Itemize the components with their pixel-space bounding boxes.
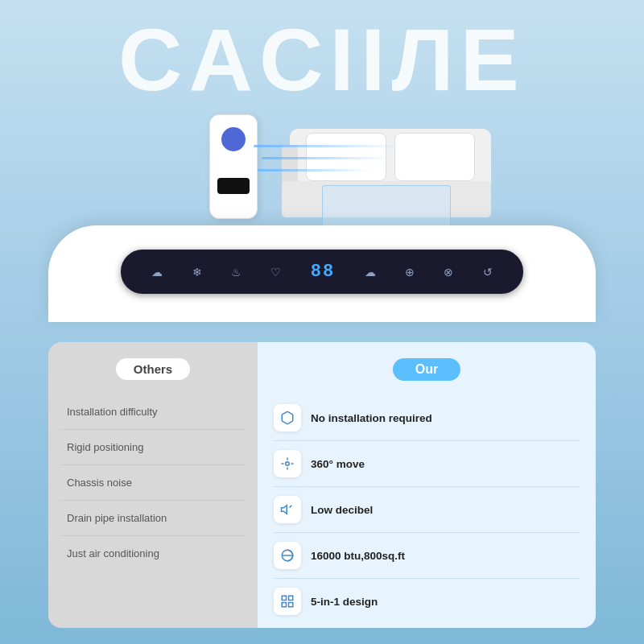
svg-marker-1: [282, 506, 287, 514]
comparison-section: Others Installation difficulty Rigid pos…: [48, 342, 596, 628]
svg-rect-5: [282, 596, 286, 600]
others-row-3: Chassis noise: [60, 465, 246, 501]
others-header: Others: [60, 358, 246, 380]
svg-rect-6: [289, 596, 293, 600]
our-header: Our: [274, 358, 580, 381]
ac-vent: [221, 127, 246, 151]
svg-rect-7: [282, 603, 286, 607]
panel-icon-4: ♡: [270, 266, 281, 279]
control-panel: ☁ ❄ ♨ ♡ 88 ☁ ⊕ ⊗ ↺: [121, 250, 523, 294]
room-scene: [129, 72, 515, 233]
svg-line-2: [290, 506, 292, 508]
others-column: Others Installation difficulty Rigid pos…: [48, 342, 258, 628]
our-row-3-text: Low decibel: [311, 504, 373, 516]
coffee-table: [322, 185, 451, 229]
others-badge: Others: [116, 358, 190, 380]
others-row-4: Drain pipe installation: [60, 501, 246, 536]
panel-icon-1: ☁: [151, 266, 163, 279]
low-decibel-icon: [274, 496, 301, 523]
wind-line-3: [258, 169, 370, 171]
ac-unit: [209, 114, 258, 219]
others-row-2: Rigid positioning: [60, 430, 246, 465]
our-badge: Our: [393, 358, 460, 381]
device-surface: ☁ ❄ ♨ ♡ 88 ☁ ⊕ ⊗ ↺: [48, 225, 596, 322]
panel-icon-6: ⊕: [405, 266, 415, 279]
our-row-4: 16000 btu,800sq.ft: [274, 533, 580, 579]
wind-line-1: [254, 145, 398, 147]
our-row-3: Low decibel: [274, 487, 580, 533]
our-row-2: 360° move: [274, 441, 580, 487]
ac-body: [209, 114, 258, 219]
our-row-5-text: 5-in-1 design: [311, 596, 378, 608]
our-row-1-text: No installation required: [311, 412, 432, 424]
panel-icon-5: ☁: [365, 266, 376, 279]
our-row-2-text: 360° move: [311, 458, 365, 470]
move-360-icon: [274, 450, 301, 477]
ac-display-panel: [217, 178, 250, 194]
btu-icon: [274, 542, 301, 569]
our-column: Our No installation required 360° mov: [258, 342, 596, 628]
panel-display: 88: [311, 262, 335, 282]
svg-point-0: [286, 462, 290, 466]
our-row-5: 5-in-1 design: [274, 579, 580, 624]
others-row-5: Just air conditioning: [60, 536, 246, 571]
no-install-icon: [274, 404, 301, 431]
panel-icon-3: ♨: [231, 266, 242, 279]
panel-icon-8: ↺: [483, 266, 493, 279]
panel-icon-7: ⊗: [444, 266, 453, 279]
our-row-1: No installation required: [274, 395, 580, 441]
wind-arrows: [254, 137, 415, 185]
ac-scene: ☁ ❄ ♨ ♡ 88 ☁ ⊕ ⊗ ↺: [0, 24, 644, 322]
five-in-one-icon: [274, 588, 301, 615]
others-row-1: Installation difficulty: [60, 394, 246, 430]
svg-rect-8: [289, 603, 293, 607]
panel-icon-2: ❄: [192, 266, 202, 279]
wind-line-2: [262, 157, 390, 159]
our-row-4-text: 16000 btu,800sq.ft: [311, 550, 405, 562]
main-container: CACIIЛЕ: [0, 0, 644, 644]
